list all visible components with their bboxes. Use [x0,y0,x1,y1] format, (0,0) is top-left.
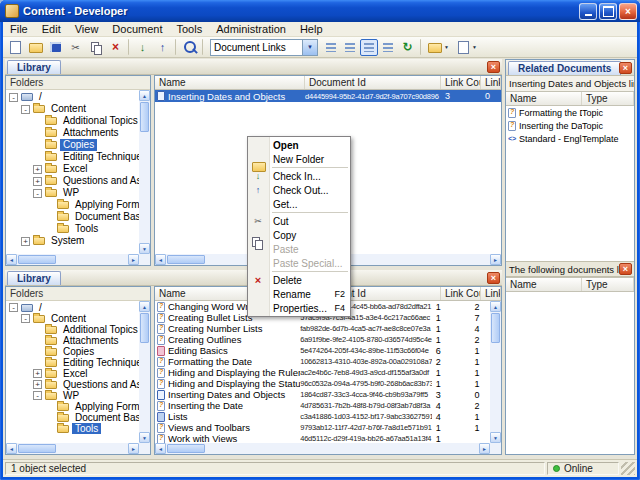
scroll-right-icon[interactable]: ► [479,443,490,454]
scrollbar-thumb[interactable] [18,255,56,264]
tree-toggle[interactable]: + [33,177,42,186]
maximize-button[interactable] [599,3,617,20]
table-row[interactable]: Editing Basics 5e474264-205f-434c-89be-1… [155,345,490,356]
menu-item[interactable]: Document [105,22,169,36]
scroll-right-icon[interactable]: ► [490,254,501,265]
tree-node[interactable]: + Excel [6,368,139,379]
tab-related-documents[interactable]: Related Documents [508,61,621,75]
document-actions-dropdown[interactable]: ▼ [453,38,480,56]
tree-node[interactable]: Tools [6,223,139,235]
table-row[interactable]: Creating Outlines 6a91f9be-9fe2-4105-878… [155,334,490,345]
tree-toggle[interactable]: - [21,314,30,323]
cut-icon[interactable]: ✂ [66,38,85,56]
tree-toggle[interactable] [45,225,54,234]
tree-node[interactable]: + Questions and Assessments [6,175,139,187]
tree-toggle[interactable]: - [33,189,42,198]
combo-dropdown-icon[interactable]: ▼ [302,40,317,55]
column-header-link[interactable]: Link [481,76,501,89]
scrollbar-thumb[interactable] [167,255,205,264]
menu-item[interactable]: View [68,22,106,36]
column-header-type[interactable]: Type [582,92,634,105]
scroll-left-icon[interactable]: ◄ [155,443,166,454]
table-row[interactable]: Work with Views 46d5112c-d29f-419a-bb26-… [155,433,490,443]
context-menu-item[interactable]: Properties... F4 [248,301,350,315]
column-header-name[interactable]: Name [155,76,305,89]
document-links-combo[interactable]: Document Links ▼ [210,39,318,56]
context-menu-item[interactable]: Rename F2 [248,287,350,301]
check-out-icon[interactable]: ↑ [153,38,172,56]
column-header-link-count[interactable]: Link Count [441,287,481,300]
tree-toggle[interactable]: - [33,391,42,400]
vertical-scrollbar[interactable]: ▲ ▼ [139,90,150,254]
scrollbar-thumb[interactable] [18,444,56,453]
panel-close-button[interactable]: × [619,263,632,275]
context-menu-item[interactable]: ↓ Check In... [248,169,350,183]
scrollbar-thumb[interactable] [491,313,500,343]
scroll-down-icon[interactable]: ▼ [139,432,150,443]
table-row[interactable]: Creating Number Lists fab982de-6d7b-4ca5… [155,323,490,334]
tree-node[interactable]: Attachments [6,335,139,346]
tree-toggle[interactable]: - [21,105,30,114]
tree-toggle[interactable]: - [9,303,18,312]
column-header-document-id[interactable]: Document Id [305,76,441,89]
new-folder-icon[interactable] [26,38,45,56]
column-header-name[interactable]: Name [506,92,582,105]
tree-node[interactable]: - WP [6,187,139,199]
tree-node[interactable]: Document Basics [6,412,139,423]
view-report-button[interactable] [379,39,397,56]
title-bar[interactable]: Content - Developer × [0,0,640,22]
tree-toggle[interactable] [33,141,42,150]
table-row[interactable]: Hiding and Displaying the Ruler ac2e4b6c… [155,367,490,378]
tree-node[interactable]: - / [6,91,139,103]
close-button[interactable]: × [619,3,637,20]
tree-node[interactable]: + Excel [6,163,139,175]
scrollbar-thumb[interactable] [140,313,149,343]
tree-node[interactable]: Applying Formatting [6,401,139,412]
context-menu-item[interactable]: New Folder [248,152,350,166]
tree-toggle[interactable]: + [33,165,42,174]
tree-node[interactable]: Document Basics [6,211,139,223]
menu-item[interactable]: Administration [209,22,293,36]
scroll-right-icon[interactable]: ► [128,254,139,265]
table-row[interactable]: Lists c3a41886-1d03-4152-bf17-9abc336275… [155,411,490,422]
copy-icon[interactable] [86,38,105,56]
tree-toggle[interactable] [45,413,54,422]
toolbar-separator[interactable] [128,39,130,55]
horizontal-scrollbar[interactable]: ◄ ► [6,254,139,265]
scroll-up-icon[interactable]: ▲ [490,301,501,312]
tree-toggle[interactable]: + [21,237,30,246]
toolbar-separator[interactable] [175,39,177,55]
table-row[interactable]: Views and Toolbars 9793ab12-11f7-42d7-b7… [155,422,490,433]
save-icon[interactable] [46,38,65,56]
tree-node[interactable]: - Content [6,313,139,324]
scroll-left-icon[interactable]: ◄ [6,443,17,454]
scroll-left-icon[interactable]: ◄ [6,254,17,265]
tree-toggle[interactable] [45,402,54,411]
tree-node[interactable]: - Content [6,103,139,115]
table-row[interactable]: Standard - English Template [506,132,634,145]
new-document-icon[interactable] [6,38,25,56]
table-row[interactable]: Inserting the Date Topic [506,119,634,132]
table-row[interactable]: Hiding and Displaying the Status Bar 96c… [155,378,490,389]
context-menu-item[interactable]: Get... [248,197,350,211]
context-menu-item[interactable]: Open [248,138,350,152]
tree-toggle[interactable] [45,201,54,210]
vertical-scrollbar[interactable]: ▲ ▼ [139,301,150,443]
table-row[interactable]: Inserting Dates and Objects 1864cd87-33c… [155,389,490,400]
tree-toggle[interactable] [45,424,54,433]
tree-toggle[interactable] [33,325,42,334]
tree-node[interactable]: Editing Techniques [6,151,139,163]
view-list-button[interactable] [341,39,359,56]
check-in-icon[interactable]: ↓ [133,38,152,56]
tab-library-top[interactable]: Library [7,60,61,74]
tree-node[interactable]: - WP [6,390,139,401]
menu-item[interactable]: File [3,22,35,36]
tree-node[interactable]: Attachments [6,127,139,139]
scroll-down-icon[interactable]: ▼ [139,243,150,254]
tree-toggle[interactable] [33,117,42,126]
table-row[interactable]: Formatting the Date 10662813-4310-403e-8… [155,356,490,367]
tree-node[interactable]: Additional Topics [6,115,139,127]
panel-close-button[interactable]: × [487,61,500,73]
tree-toggle[interactable] [33,358,42,367]
column-header-name[interactable]: Name [506,278,582,291]
